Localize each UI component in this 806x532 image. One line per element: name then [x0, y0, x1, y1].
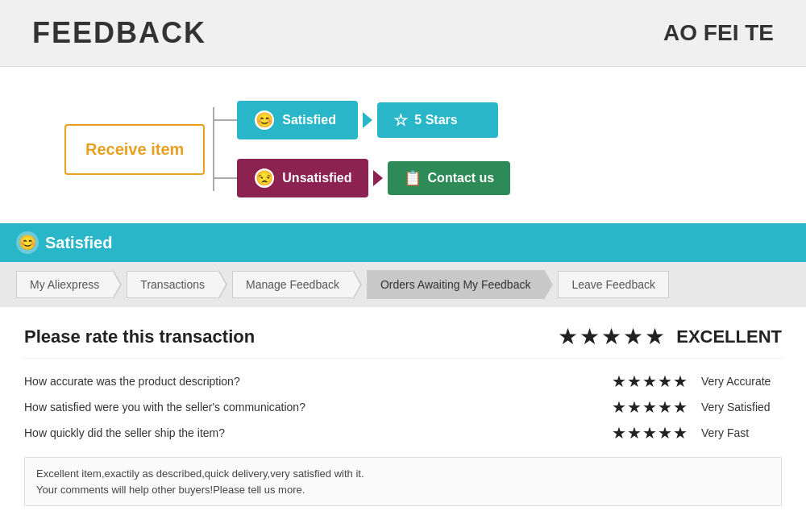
tree-connector: 😊 Satisfied ☆ 5 Stars 😒 Unsatisfied � [213, 91, 510, 207]
nav-item-orders-awaiting[interactable]: Orders Awaiting My Feedback [367, 270, 545, 299]
comment-line-2: Your comments will help other buyers!Ple… [36, 482, 770, 498]
unsatisfied-button[interactable]: 😒 Unsatisfied [237, 159, 368, 197]
rating-text-2: Very Satisfied [701, 401, 782, 414]
main-content: Please rate this transaction ★★★★★ EXCEL… [0, 307, 806, 522]
rate-transaction-row: Please rate this transaction ★★★★★ EXCEL… [24, 323, 782, 359]
rating-questions: How accurate was the product description… [24, 368, 782, 446]
rating-stars-text-1: ★★★★★ Very Accurate [612, 372, 782, 391]
stars-button[interactable]: ☆ 5 Stars [377, 102, 498, 138]
satisfied-face-icon: 😊 [253, 109, 276, 131]
rating-text-1: Very Accurate [701, 375, 782, 388]
page-title: FEEDBACK [32, 16, 206, 50]
satisfied-branch: 😊 Satisfied ☆ 5 Stars [213, 101, 498, 139]
nav-item-aliexpress[interactable]: My Aliexpress [16, 271, 113, 298]
satisfied-button[interactable]: 😊 Satisfied [237, 101, 358, 139]
contact-icon: 📋 [404, 169, 422, 187]
rate-stars-label: ★★★★★ EXCELLENT [558, 323, 782, 350]
header: FEEDBACK AO FEI TE [0, 0, 806, 67]
rating-stars-3: ★★★★★ [612, 423, 688, 443]
rating-text-3: Very Fast [701, 426, 782, 439]
nav-bar: My Aliexpress Transactions Manage Feedba… [0, 262, 806, 307]
rating-stars-text-3: ★★★★★ Very Fast [612, 423, 782, 443]
satisfied-bar-face-icon: 😊 [16, 231, 39, 254]
unsatisfied-face-icon: 😒 [253, 167, 276, 189]
nav-item-manage-feedback[interactable]: Manage Feedback [232, 271, 353, 298]
rating-stars-1: ★★★★★ [612, 372, 688, 391]
nav-item-leave-feedback[interactable]: Leave Feedback [558, 271, 669, 298]
rating-row-2: How satisfied were you with the seller's… [24, 394, 782, 420]
unsatisfied-arrow-icon [373, 170, 383, 186]
satisfied-bar-label: 😊 Satisfied [16, 231, 112, 254]
unsatisfied-branch: 😒 Unsatisfied 📋 Contact us [213, 159, 510, 197]
rate-title: Please rate this transaction [24, 326, 255, 347]
brand-name: AO FEI TE [663, 20, 774, 46]
comment-box: Excellent item,exactily as described,qui… [24, 457, 782, 506]
diagram-section: Receive item 😊 Satisfied ☆ 5 Stars 😒 [0, 67, 806, 223]
satisfied-bar: 😊 Satisfied [0, 223, 806, 262]
rating-question-1: How accurate was the product description… [24, 375, 612, 388]
overall-stars: ★★★★★ [558, 323, 667, 350]
rating-row-1: How accurate was the product description… [24, 368, 782, 394]
receive-item-box: Receive item [64, 124, 205, 175]
nav-item-transactions[interactable]: Transactions [127, 271, 218, 298]
satisfied-arrow-icon [363, 112, 372, 128]
rating-row-3: How quickly did the seller ship the item… [24, 420, 782, 446]
comment-line-1: Excellent item,exactily as described,qui… [36, 466, 770, 482]
satisfied-outcome: 😊 Satisfied ☆ 5 Stars [237, 101, 498, 139]
rating-question-2: How satisfied were you with the seller's… [24, 401, 612, 414]
rating-question-3: How quickly did the seller ship the item… [24, 426, 612, 439]
rating-stars-2: ★★★★★ [612, 397, 688, 417]
unsatisfied-outcome: 😒 Unsatisfied 📋 Contact us [237, 159, 510, 197]
star-icon: ☆ [393, 110, 408, 130]
contact-button[interactable]: 📋 Contact us [388, 161, 511, 195]
excellent-label: EXCELLENT [676, 326, 782, 347]
rating-stars-text-2: ★★★★★ Very Satisfied [612, 397, 782, 417]
